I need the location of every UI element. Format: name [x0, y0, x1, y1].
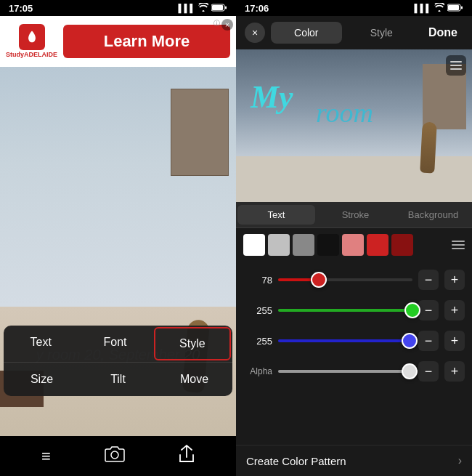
- status-icons-right: ▌▌▌: [415, 3, 463, 13]
- red-slider[interactable]: [278, 278, 412, 281]
- red-slider-row: 78 − +: [243, 266, 465, 294]
- blue-plus-button[interactable]: +: [444, 331, 465, 351]
- left-panel: 17:05 ▌▌▌ St: [0, 0, 236, 476]
- preview-text-room: room: [316, 97, 373, 129]
- preview-area: My room: [236, 49, 472, 202]
- slider-section: 78 − + 255 − + 255 − + Alpha: [236, 262, 472, 445]
- preview-menu-icon[interactable]: [446, 55, 466, 76]
- red-slider-thumb[interactable]: [311, 272, 327, 288]
- done-button[interactable]: Done: [423, 23, 463, 42]
- menu-font-button[interactable]: Font: [78, 326, 152, 362]
- battery-icon-left: [211, 4, 227, 13]
- close-button[interactable]: ×: [245, 23, 265, 43]
- wifi-icon-left: [198, 3, 208, 13]
- swatch-white[interactable]: [243, 234, 265, 256]
- top-nav: × Color Style Done: [236, 16, 472, 49]
- status-icons-left: ▌▌▌: [179, 3, 227, 13]
- blue-slider-thumb[interactable]: [402, 333, 418, 349]
- nav-tabs: Color Style: [271, 22, 417, 44]
- menu-text-button[interactable]: Text: [4, 326, 78, 362]
- nav-tab-color[interactable]: Color: [271, 22, 342, 44]
- time-left: 17:05: [9, 3, 33, 14]
- tab-stroke[interactable]: Stroke: [317, 202, 394, 227]
- alpha-slider[interactable]: [278, 370, 412, 373]
- ad-banner[interactable]: StudyADELAIDE Learn More ⓘ ×: [0, 16, 236, 67]
- svg-rect-2: [225, 6, 227, 9]
- red-value-label: 78: [243, 275, 272, 286]
- swatch-black[interactable]: [317, 234, 339, 256]
- svg-rect-1: [212, 5, 223, 10]
- context-menu: Text Font Style Size Tilt Move: [4, 326, 232, 396]
- blue-minus-button[interactable]: −: [418, 331, 439, 351]
- battery-icon-right: [447, 4, 463, 13]
- ad-logo-text: StudyADELAIDE: [6, 52, 57, 59]
- ad-logo: StudyADELAIDE: [6, 24, 57, 59]
- ad-logo-icon: [19, 24, 45, 50]
- ad-info-marker: ⓘ: [213, 19, 220, 28]
- svg-point-3: [111, 451, 118, 459]
- swatch-gray[interactable]: [293, 234, 314, 256]
- alpha-slider-row: Alpha − +: [243, 358, 465, 385]
- blue-slider-row: 255 − +: [243, 327, 465, 355]
- signal-icon-left: ▌▌▌: [179, 4, 195, 12]
- photo-area: y room 20, September 20 Text Font Style …: [0, 67, 236, 436]
- blue-slider[interactable]: [278, 339, 412, 342]
- menu-size-button[interactable]: Size: [4, 363, 80, 396]
- context-menu-row-2: Size Tilt Move: [4, 363, 232, 396]
- time-right: 17:06: [245, 3, 269, 14]
- menu-move-button[interactable]: Move: [156, 363, 232, 396]
- signal-icon-right: ▌▌▌: [415, 4, 431, 12]
- menu-style-button[interactable]: Style: [154, 327, 231, 360]
- color-swatches-row: [236, 228, 472, 262]
- wifi-icon-right: [434, 3, 444, 13]
- green-minus-button[interactable]: −: [418, 300, 439, 320]
- status-bar-right: 17:06 ▌▌▌: [236, 0, 472, 16]
- swatch-light-gray[interactable]: [268, 234, 290, 256]
- menu-tilt-button[interactable]: Tilt: [80, 363, 156, 396]
- tab-text[interactable]: Text: [237, 205, 315, 225]
- swatch-pink[interactable]: [342, 234, 364, 256]
- menu-toolbar-icon[interactable]: ≡: [41, 447, 51, 466]
- alpha-plus-button[interactable]: +: [444, 361, 465, 382]
- alpha-slider-thumb[interactable]: [402, 363, 418, 379]
- blue-value-label: 255: [243, 336, 272, 347]
- red-plus-button[interactable]: +: [444, 270, 465, 290]
- preview-background: My room: [236, 49, 472, 202]
- three-lines-icon: [450, 61, 462, 70]
- palette-lines-button[interactable]: [452, 241, 465, 249]
- create-pattern-label: Create Color Pattern: [246, 455, 346, 467]
- green-slider[interactable]: [278, 309, 412, 312]
- alpha-label: Alpha: [243, 366, 272, 376]
- green-slider-thumb[interactable]: [404, 302, 420, 318]
- context-menu-row-1: Text Font Style: [4, 326, 232, 363]
- alpha-minus-button[interactable]: −: [418, 361, 439, 382]
- room-shelf: [171, 89, 229, 176]
- create-pattern-chevron-icon: ›: [458, 454, 462, 467]
- tab-bar: Text Stroke Background: [236, 202, 472, 228]
- status-bar-left: 17:05 ▌▌▌: [0, 0, 236, 16]
- svg-rect-5: [448, 5, 459, 10]
- swatch-dark-red[interactable]: [391, 234, 413, 256]
- right-panel: 17:06 ▌▌▌ × Color Style Done: [236, 0, 472, 476]
- tab-background[interactable]: Background: [394, 202, 472, 227]
- nav-tab-style[interactable]: Style: [346, 22, 418, 44]
- share-toolbar-icon[interactable]: [179, 445, 195, 468]
- create-pattern-row[interactable]: Create Color Pattern ›: [236, 445, 472, 476]
- camera-toolbar-icon[interactable]: [105, 445, 125, 467]
- green-slider-row: 255 − +: [243, 297, 465, 324]
- green-plus-button[interactable]: +: [444, 300, 465, 320]
- preview-text-my: My: [251, 78, 293, 116]
- swatch-red[interactable]: [367, 234, 388, 256]
- green-value-label: 255: [243, 305, 272, 316]
- preview-floor: [236, 156, 472, 202]
- ad-close-button[interactable]: ×: [221, 19, 233, 31]
- svg-rect-6: [461, 6, 463, 9]
- red-minus-button[interactable]: −: [418, 270, 439, 290]
- bottom-toolbar-left: ≡: [0, 436, 236, 476]
- learn-more-button[interactable]: Learn More: [63, 25, 230, 58]
- preview-guitar: [420, 122, 437, 174]
